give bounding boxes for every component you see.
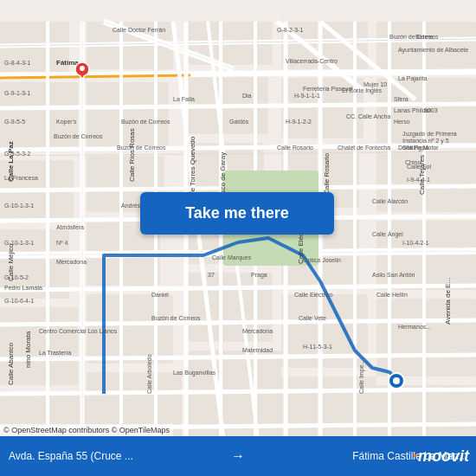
moovit-text: moovit (418, 447, 469, 466)
svg-text:Calle Impe...: Calle Impe... (358, 360, 365, 394)
route-arrow-icon: → (231, 448, 245, 464)
svg-text:Calle Rosario: Calle Rosario (277, 145, 313, 151)
svg-text:G-9-1-3-1: G-9-1-3-1 (4, 90, 30, 96)
svg-rect-25 (376, 22, 476, 69)
svg-text:G-8-4-3-1: G-8-4-3-1 (4, 60, 30, 66)
svg-text:Pedro Lamata: Pedro Lamata (4, 285, 42, 291)
take-me-there-button[interactable]: Take me there (140, 192, 334, 235)
map-attribution: © OpenStreetMap contributors © OpenTileM… (0, 424, 173, 436)
svg-text:Lanas Phildar: Lanas Phildar (394, 107, 431, 113)
svg-text:G-10-6-4-1: G-10-6-4-1 (4, 298, 34, 304)
svg-text:Nº 4: Nº 4 (56, 240, 68, 246)
svg-text:Calle Ríos Rosas: Calle Ríos Rosas (128, 128, 136, 182)
svg-text:Sfera: Sfera (394, 96, 408, 102)
map-svg: Calle Doctor Ferrán G-8-2-3-1 Betero Vil… (0, 0, 476, 476)
route-origin: Avda. España 55 (Cruce ... (9, 450, 226, 462)
svg-text:Mercadona: Mercadona (56, 259, 87, 265)
svg-text:Calle Marques: Calle Marques (212, 254, 252, 261)
svg-text:Ayuntamiento de Albacete: Ayuntamiento de Albacete (398, 47, 468, 54)
svg-text:La Trastería: La Trastería (39, 350, 71, 356)
svg-text:Calle Hellín: Calle Hellín (376, 292, 408, 298)
svg-text:Daniel: Daniel (151, 292, 169, 298)
svg-text:I-10-4-2-1: I-10-4-2-1 (402, 240, 429, 246)
svg-text:Calle La Paz: Calle La Paz (7, 141, 15, 182)
svg-text:H-9-1-2-2: H-9-1-2-2 (286, 119, 312, 125)
svg-text:Avenida de E...: Avenida de E... (444, 278, 452, 325)
svg-text:Koper's: Koper's (56, 119, 77, 125)
svg-text:Herso: Herso (394, 119, 410, 125)
svg-text:nino Morata: nino Morata (24, 331, 32, 368)
svg-text:Calle Méjico: Calle Méjico (7, 243, 15, 281)
svg-rect-29 (376, 299, 476, 376)
svg-text:Calle Ángel: Calle Ángel (372, 230, 403, 238)
svg-text:Calle Rosario: Calle Rosario (323, 152, 331, 195)
svg-text:Mercadona: Mercadona (242, 328, 273, 334)
svg-text:G-10-1-3-1: G-10-1-3-1 (4, 203, 34, 209)
svg-text:Atmósfera: Atmósfera (56, 224, 84, 230)
svg-point-156 (393, 377, 400, 384)
svg-text:G-9-5-5: G-9-5-5 (4, 119, 25, 125)
svg-text:La Pajarita: La Pajarita (398, 75, 428, 82)
svg-text:Calle Alarcón: Calle Alarcón (372, 198, 408, 204)
svg-text:G-8-2-3-1: G-8-2-3-1 (277, 27, 303, 33)
svg-text:Chalet de Fontecha: Chalet de Fontecha (338, 145, 390, 151)
svg-text:Fátima: Fátima (56, 59, 79, 67)
svg-text:Calle Vete: Calle Vete (299, 315, 326, 321)
svg-text:Galdós: Galdós (229, 119, 249, 125)
svg-text:Hermanos...: Hermanos... (398, 324, 431, 330)
svg-text:Las Buganvillas: Las Buganvillas (173, 370, 216, 376)
svg-text:Maternidad: Maternidad (242, 347, 273, 353)
svg-text:Buzón de Correos: Buzón de Correos (121, 119, 170, 125)
moovit-logo: · moovit (407, 436, 476, 476)
svg-text:Buzón de Correos: Buzón de Correos (54, 133, 103, 139)
svg-text:Buzón de Correos: Buzón de Correos (389, 34, 439, 40)
svg-text:Óptica Joselin: Óptica Joselin (303, 256, 341, 264)
svg-text:Calle Doctor Ferrán: Calle Doctor Ferrán (113, 27, 165, 33)
svg-text:Asilo San Antón: Asilo San Antón (372, 272, 415, 278)
map-container: Calle Doctor Ferrán G-8-2-3-1 Betero Vil… (0, 0, 476, 476)
svg-text:Setting Motor: Setting Motor (402, 145, 439, 151)
svg-text:La Falla: La Falla (173, 96, 195, 102)
svg-text:Chino: Chino (405, 159, 421, 165)
bottom-bar: Avda. España 55 (Cruce ... → Fátima Cast… (0, 436, 476, 476)
svg-text:CC. Calle Ancha: CC. Calle Ancha (346, 113, 390, 119)
svg-text:Calle Eléctrico: Calle Eléctrico (294, 292, 333, 298)
svg-text:El Corte Inglés: El Corte Inglés (342, 87, 382, 94)
svg-text:Villacerrada-Centro: Villacerrada-Centro (286, 58, 338, 64)
svg-text:H-9-1-1-1: H-9-1-1-1 (294, 93, 320, 99)
svg-text:H-11-5-3-1: H-11-5-3-1 (303, 344, 332, 350)
svg-text:Buzón de Correos: Buzón de Correos (117, 145, 166, 151)
svg-text:Instancia nº 2 y 5: Instancia nº 2 y 5 (402, 138, 449, 145)
svg-text:Calle Abanico: Calle Abanico (7, 343, 15, 385)
svg-text:Buzón de Correos: Buzón de Correos (151, 315, 201, 321)
svg-text:Praga: Praga (251, 272, 267, 279)
svg-text:Calle Arboledo: Calle Arboledo (146, 354, 152, 394)
svg-text:Centro Comercial Los Llanos: Centro Comercial Los Llanos (39, 328, 118, 334)
svg-text:Dia: Dia (242, 93, 252, 99)
svg-text:37: 37 (208, 272, 215, 278)
svg-point-154 (80, 66, 85, 71)
svg-text:Juzgado de Primera: Juzgado de Primera (402, 131, 457, 138)
